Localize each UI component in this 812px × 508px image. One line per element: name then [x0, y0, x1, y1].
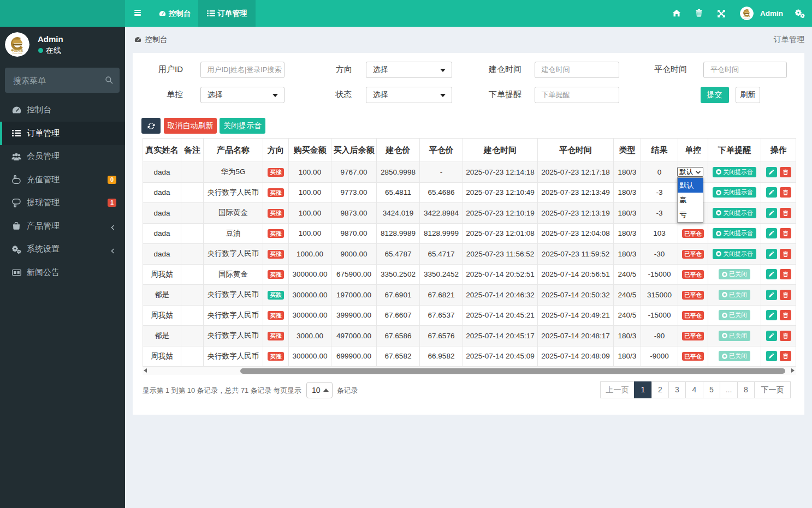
svg-text:China Gold: China Gold: [13, 52, 22, 55]
svg-text:中国黄金: 中国黄金: [11, 49, 23, 52]
svg-text:China Gold: China Gold: [744, 17, 749, 19]
